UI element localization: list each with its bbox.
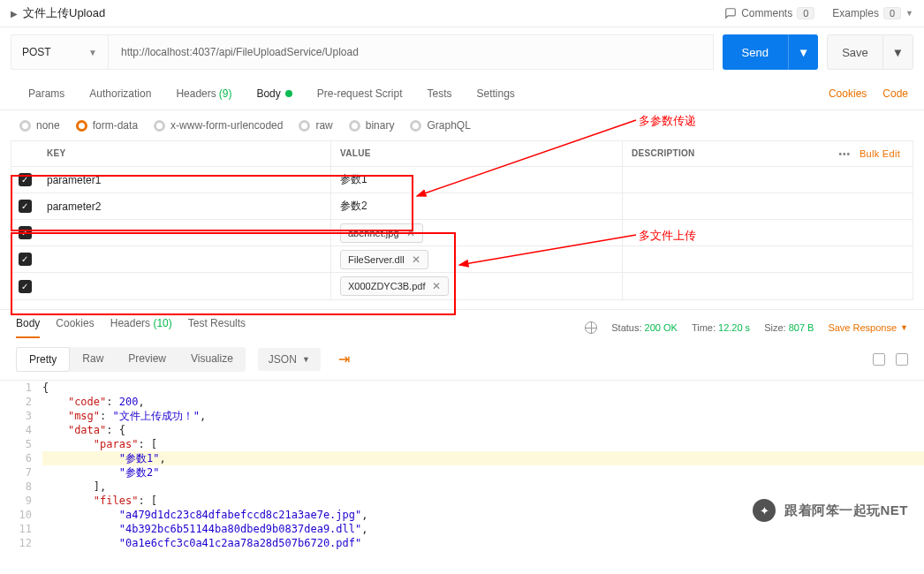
file-name: X000ZDYC3B.pdf — [348, 281, 425, 291]
value-cell[interactable]: X000ZDYC3B.pdf✕ — [331, 273, 623, 299]
file-chip[interactable]: abennet.jpg✕ — [340, 223, 423, 243]
more-icon[interactable]: ••• — [838, 149, 851, 159]
radio-formdata[interactable]: form-data — [76, 119, 138, 132]
response-body[interactable]: 123456789101112 { "code": 200, "msg": "文… — [0, 381, 924, 555]
tab-tests[interactable]: Tests — [414, 77, 464, 110]
save-button[interactable]: Save ▼ — [827, 34, 913, 70]
col-value: VALUE — [331, 141, 623, 166]
value-cell[interactable]: 参数1 — [331, 167, 623, 193]
send-button[interactable]: Send ▼ — [723, 34, 819, 70]
size-block: Size: 807 B — [764, 322, 814, 333]
col-key: KEY — [38, 141, 331, 166]
body-has-data-dot-icon — [285, 90, 292, 97]
checkbox[interactable]: ✓ — [19, 200, 32, 213]
time-block: Time: 12.20 s — [692, 322, 750, 333]
table-row[interactable]: ✓X000ZDYC3B.pdf✕ — [11, 273, 913, 299]
search-icon[interactable] — [896, 353, 908, 366]
file-name: abennet.jpg — [348, 228, 399, 238]
examples-label: Examples — [832, 7, 879, 19]
key-cell[interactable]: parameter1 — [38, 167, 331, 193]
table-row[interactable]: ✓FileServer.dll✕ — [11, 246, 913, 273]
remove-file-icon[interactable]: ✕ — [432, 280, 441, 292]
collapse-caret-icon[interactable]: ▶ — [11, 9, 18, 19]
view-preview[interactable]: Preview — [116, 347, 178, 372]
request-row: POST ▼ Send ▼ Save ▼ — [0, 27, 924, 77]
value-cell[interactable]: 参数2 — [331, 193, 623, 219]
resp-tab-testresults[interactable]: Test Results — [188, 317, 246, 338]
key-cell[interactable] — [38, 220, 331, 245]
method-value: POST — [22, 46, 51, 58]
tab-prerequest[interactable]: Pre-request Script — [305, 77, 415, 110]
bulk-edit-link[interactable]: Bulk Edit — [860, 148, 900, 159]
lang-dropdown[interactable]: JSON▼ — [258, 348, 321, 371]
remove-file-icon[interactable]: ✕ — [412, 253, 420, 266]
radio-xwww[interactable]: x-www-form-urlencoded — [154, 119, 283, 132]
file-name: FileServer.dll — [348, 254, 405, 265]
table-row[interactable]: ✓parameter1参数1 — [11, 167, 913, 193]
resp-tab-cookies[interactable]: Cookies — [56, 317, 94, 338]
table-row[interactable]: ✓parameter2参数2 — [11, 193, 913, 220]
view-visualize[interactable]: Visualize — [178, 347, 246, 372]
checkbox[interactable]: ✓ — [19, 226, 32, 239]
response-view-bar: Pretty Raw Preview Visualize JSON▼ ⇥ — [0, 338, 924, 381]
file-chip[interactable]: FileServer.dll✕ — [340, 250, 428, 269]
request-tabs: Params Authorization Headers(9) Body Pre… — [0, 77, 924, 110]
tab-headers[interactable]: Headers(9) — [163, 77, 244, 110]
key-cell[interactable] — [38, 273, 331, 299]
comments-count: 0 — [797, 7, 814, 19]
file-chip[interactable]: X000ZDYC3B.pdf✕ — [340, 276, 449, 296]
response-tabs-bar: Body Cookies Headers (10) Test Results S… — [0, 309, 924, 338]
tab-settings[interactable]: Settings — [465, 77, 527, 110]
checkbox[interactable]: ✓ — [19, 173, 32, 186]
table-row[interactable]: ✓abennet.jpg✕ — [11, 220, 913, 246]
radio-graphql[interactable]: GraphQL — [410, 119, 470, 132]
col-description: DESCRIPTION — [623, 141, 829, 166]
resp-tab-headers[interactable]: Headers (10) — [110, 317, 172, 338]
code-link[interactable]: Code — [882, 87, 908, 100]
chevron-down-icon: ▼ — [905, 9, 913, 18]
examples-count: 0 — [883, 7, 901, 19]
body-type-selector: none form-data x-www-form-urlencoded raw… — [0, 110, 924, 140]
radio-raw[interactable]: raw — [299, 119, 332, 132]
chevron-down-icon: ▼ — [88, 48, 97, 57]
value-cell[interactable]: abennet.jpg✕ — [331, 220, 623, 245]
value-cell[interactable]: FileServer.dll✕ — [331, 246, 623, 272]
key-cell[interactable]: parameter2 — [38, 193, 331, 219]
resp-tab-body[interactable]: Body — [16, 317, 40, 338]
tab-body[interactable]: Body — [244, 77, 304, 110]
status-block: Status: 200 OK — [611, 322, 678, 333]
watermark: ✦ 跟着阿笨一起玩NET — [753, 499, 908, 522]
save-response-button[interactable]: Save Response ▼ — [828, 322, 908, 333]
copy-icon[interactable] — [873, 353, 885, 366]
send-label: Send — [723, 46, 788, 59]
tab-params[interactable]: Params — [16, 77, 77, 110]
comment-icon — [724, 7, 737, 19]
key-cell[interactable] — [38, 246, 331, 272]
tab-authorization[interactable]: Authorization — [77, 77, 163, 110]
formdata-table: KEY VALUE DESCRIPTION ••• Bulk Edit ✓par… — [11, 140, 913, 300]
tab-header: ▶ 文件上传Upload Comments 0 Examples 0 ▼ — [0, 0, 924, 27]
checkbox[interactable]: ✓ — [19, 280, 32, 293]
radio-binary[interactable]: binary — [349, 119, 395, 132]
request-title: 文件上传Upload — [23, 5, 105, 21]
comments-label: Comments — [741, 7, 792, 19]
view-pretty[interactable]: Pretty — [16, 347, 70, 372]
examples-button[interactable]: Examples 0 ▼ — [832, 7, 913, 19]
save-label: Save — [828, 46, 882, 59]
url-input[interactable] — [108, 34, 714, 70]
method-dropdown[interactable]: POST ▼ — [11, 34, 108, 70]
cookies-link[interactable]: Cookies — [829, 87, 867, 100]
watermark-text: 跟着阿笨一起玩NET — [784, 502, 908, 519]
wrap-lines-icon[interactable]: ⇥ — [329, 345, 359, 373]
remove-file-icon[interactable]: ✕ — [406, 227, 415, 239]
table-header: KEY VALUE DESCRIPTION ••• Bulk Edit — [11, 141, 913, 167]
checkbox[interactable]: ✓ — [19, 253, 32, 266]
view-raw[interactable]: Raw — [70, 347, 116, 372]
save-dropdown-icon[interactable]: ▼ — [882, 35, 913, 69]
wechat-icon: ✦ — [753, 499, 776, 522]
radio-none[interactable]: none — [19, 119, 60, 132]
send-dropdown-icon[interactable]: ▼ — [788, 34, 818, 70]
comments-button[interactable]: Comments 0 — [724, 7, 814, 19]
globe-icon[interactable] — [585, 321, 597, 334]
